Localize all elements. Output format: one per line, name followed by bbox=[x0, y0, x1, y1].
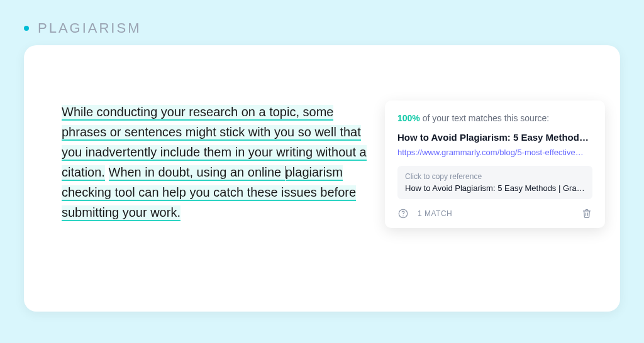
source-title[interactable]: How to Avoid Plagiarism: 5 Easy Method… bbox=[397, 132, 592, 143]
section-header: PLAGIARISM bbox=[24, 20, 141, 36]
editor-content[interactable]: While conducting your research on a topi… bbox=[62, 102, 376, 222]
highlighted-text[interactable]: plagiarism bbox=[286, 165, 343, 181]
highlighted-paragraph[interactable]: While conducting your research on a topi… bbox=[62, 102, 376, 222]
highlighted-text[interactable]: citation. bbox=[62, 165, 105, 181]
plagiarism-card: 100% of your text matches this source: H… bbox=[385, 101, 605, 228]
match-count-label: 1 MATCH bbox=[418, 209, 452, 218]
source-url[interactable]: https://www.grammarly.com/blog/5-most-ef… bbox=[397, 148, 592, 157]
editor-panel: While conducting your research on a topi… bbox=[24, 45, 620, 312]
highlighted-text[interactable]: While conducting your research on a topi… bbox=[62, 105, 333, 121]
trash-icon[interactable] bbox=[581, 208, 592, 219]
card-footer-left: 1 MATCH bbox=[397, 208, 452, 219]
bullet-icon bbox=[24, 26, 29, 31]
svg-point-1 bbox=[402, 215, 403, 216]
section-title: PLAGIARISM bbox=[38, 20, 141, 36]
highlighted-text[interactable]: you inadvertently include them in your w… bbox=[62, 145, 367, 161]
reference-label: Click to copy reference bbox=[405, 172, 585, 181]
reference-box[interactable]: Click to copy reference How to Avoid Pla… bbox=[397, 166, 592, 199]
highlighted-text[interactable]: phrases or sentences might stick with yo… bbox=[62, 125, 361, 141]
match-summary-text: of your text matches this source: bbox=[420, 113, 549, 123]
help-icon[interactable] bbox=[397, 208, 409, 219]
match-summary: 100% of your text matches this source: bbox=[397, 113, 592, 123]
highlighted-text[interactable]: checking tool can help you catch these i… bbox=[62, 185, 356, 201]
highlighted-text[interactable]: When in doubt, using an online bbox=[109, 165, 285, 181]
card-footer: 1 MATCH bbox=[397, 208, 592, 219]
reference-text: How to Avoid Plagiarism: 5 Easy Methods … bbox=[405, 183, 585, 193]
match-percent: 100% bbox=[397, 113, 420, 123]
highlighted-text[interactable]: submitting your work. bbox=[62, 205, 180, 221]
